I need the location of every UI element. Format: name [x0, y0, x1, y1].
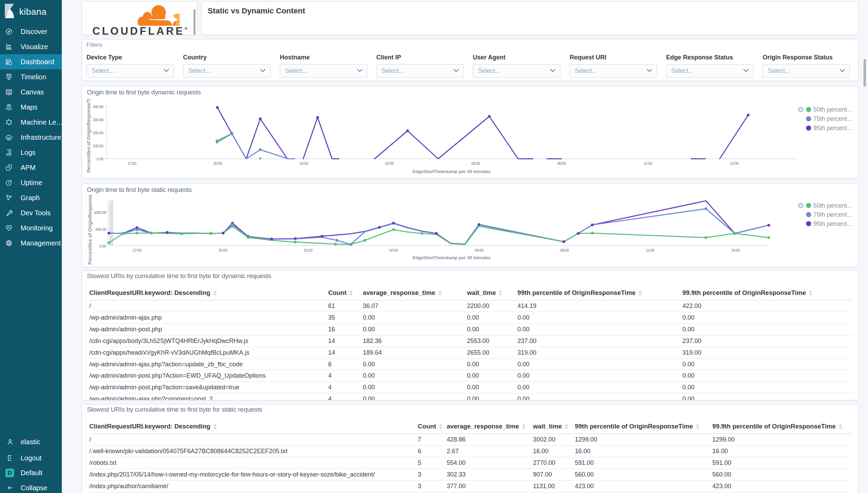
svg-text:05:00: 05:00 — [475, 248, 483, 252]
svg-text:11:00: 11:00 — [646, 248, 654, 252]
svg-text:11:00: 11:00 — [644, 161, 652, 165]
svg-text:08:00: 08:00 — [557, 161, 566, 165]
svg-text:400.00: 400.00 — [93, 105, 103, 109]
svg-text:Percentiles of OriginResponseT: Percentiles of OriginResponseTi — [86, 99, 91, 173]
svg-text:50th percent…: 50th percent… — [813, 106, 853, 113]
svg-text:50th percent…: 50th percent… — [813, 202, 853, 209]
svg-text:20:00: 20:00 — [213, 161, 222, 165]
svg-text:05:00: 05:00 — [471, 161, 480, 165]
svg-text:75th percent…: 75th percent… — [813, 115, 853, 122]
svg-text:EdgeStartTimestamp per 30 minu: EdgeStartTimestamp per 30 minutes — [412, 255, 490, 260]
svg-text:1000.00: 1000.00 — [94, 210, 106, 215]
svg-text:14:00: 14:00 — [731, 248, 740, 252]
svg-text:08:00: 08:00 — [560, 248, 569, 252]
svg-text:02:00: 02:00 — [389, 248, 398, 252]
svg-text:14:00: 14:00 — [730, 161, 738, 165]
svg-text:300.00: 300.00 — [93, 118, 103, 122]
svg-text:75th percent…: 75th percent… — [813, 211, 853, 218]
svg-text:500.00: 500.00 — [95, 227, 106, 231]
svg-text:200.00: 200.00 — [93, 131, 103, 135]
svg-text:20:00: 20:00 — [218, 248, 227, 252]
svg-text:Percentiles of OriginResponse: Percentiles of OriginResponse — [87, 195, 93, 265]
svg-text:100.00: 100.00 — [93, 144, 103, 148]
svg-text:17:00: 17:00 — [133, 248, 141, 252]
svg-text:02:00: 02:00 — [385, 161, 393, 165]
svg-text:95th percent…: 95th percent… — [813, 125, 853, 131]
svg-text:23:00: 23:00 — [299, 161, 308, 165]
svg-text:95th percent…: 95th percent… — [813, 220, 853, 227]
svg-text:23:00: 23:00 — [304, 248, 312, 252]
svg-text:EdgeStartTimestamp per 30 minu: EdgeStartTimestamp per 30 minutes — [412, 169, 490, 174]
svg-text:0.00: 0.00 — [100, 244, 106, 248]
svg-text:0.00: 0.00 — [97, 157, 104, 161]
svg-text:17:00: 17:00 — [127, 161, 136, 165]
